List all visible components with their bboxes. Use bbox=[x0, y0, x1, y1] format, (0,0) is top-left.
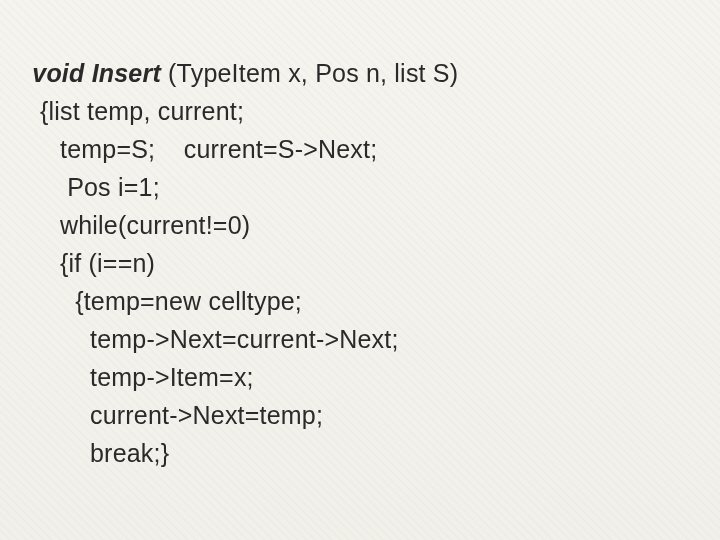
code-line-9: temp->Item=x; bbox=[90, 358, 702, 396]
code-line-11: break;} bbox=[90, 434, 702, 472]
code-line-2: {list temp, current; bbox=[40, 92, 702, 130]
code-line-3: temp=S; current=S->Next; bbox=[60, 130, 702, 168]
code-line-6: {if (i==n) bbox=[60, 244, 702, 282]
code-line-4: Pos i=1; bbox=[60, 168, 702, 206]
function-signature-params: (TypeItem x, Pos n, list S) bbox=[161, 59, 458, 87]
code-line-7: {temp=new celltype; bbox=[68, 282, 702, 320]
code-line-signature: void Insert (TypeItem x, Pos n, list S) bbox=[18, 16, 702, 92]
code-line-8: temp->Next=current->Next; bbox=[90, 320, 702, 358]
code-line-5: while(current!=0) bbox=[60, 206, 702, 244]
function-signature-keyword: void Insert bbox=[32, 59, 161, 87]
code-line-10: current->Next=temp; bbox=[90, 396, 702, 434]
